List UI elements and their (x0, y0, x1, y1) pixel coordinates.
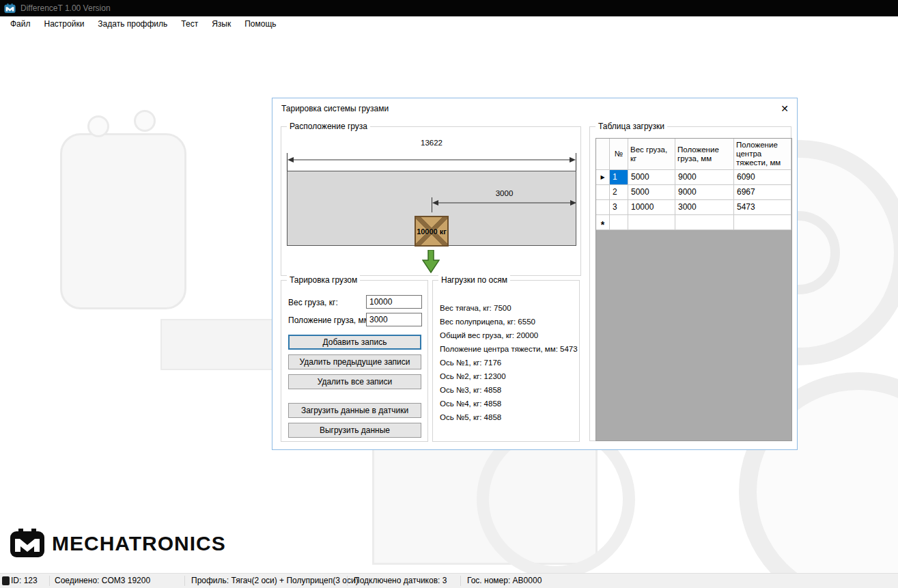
menu-settings[interactable]: Настройки (38, 16, 92, 32)
group-load-layout-title: Расположение груза (287, 122, 370, 132)
client-area: MECHATRONICS Тарировка системы грузами ✕… (0, 32, 898, 573)
position-label: Положение груза, мм: (288, 313, 371, 327)
row-marker-cell (596, 185, 610, 200)
dialog-title: Тарировка системы грузами (281, 104, 389, 113)
cargo-crate[interactable]: 10000 кг (415, 216, 449, 247)
group-loading-table-title: Таблица загрузки (595, 122, 667, 132)
current-row-marker-icon: ▶ (600, 175, 604, 180)
table-cell-position[interactable] (675, 215, 734, 230)
bg-valve-1 (87, 115, 109, 137)
column-header-cg[interactable]: Положение центра тяжести, мм (734, 139, 791, 170)
group-taring: Тарировка грузом Вес груза, кг: Положени… (281, 280, 428, 442)
table-new-row: * (596, 215, 791, 230)
group-axle-loads-title: Нагрузки по осям (438, 275, 510, 285)
menu-help[interactable]: Помощь (238, 16, 283, 32)
group-load-layout: Расположение груза 13622 3000 10000 кг (281, 126, 581, 276)
load-line-axle-4: Ось №4, кг: 4858 (440, 397, 576, 410)
table-row-1: ▶ 1 5000 9000 6090 (596, 170, 791, 185)
unload-data-button[interactable]: Выгрузить данные (288, 423, 421, 438)
table-cell-weight[interactable]: 10000 (628, 200, 675, 215)
mechatronics-logo: MECHATRONICS (10, 528, 226, 559)
position-input[interactable] (366, 313, 422, 326)
bg-chassis-frame (372, 434, 598, 565)
bg-valve-2 (134, 110, 156, 132)
delete-all-records-button[interactable]: Удалить все записи (288, 374, 421, 389)
new-row-marker: * (596, 215, 610, 230)
table-cell-weight[interactable]: 5000 (628, 170, 675, 185)
table-cell-num[interactable]: 2 (610, 185, 628, 200)
table-cell-position[interactable]: 9000 (675, 170, 734, 185)
load-line-axle-5: Ось №5, кг: 4858 (440, 410, 576, 424)
table-cell-weight[interactable] (628, 215, 675, 230)
table-cell-cg[interactable]: 6090 (734, 170, 791, 185)
status-plate-number: Гос. номер: AB0000 (467, 574, 542, 588)
delete-previous-records-button[interactable]: Удалить предыдущие записи (288, 354, 421, 369)
group-loading-table: Таблица загрузки № Вес груза, кг Положен… (589, 126, 791, 441)
mechatronics-logo-text: MECHATRONICS (52, 532, 226, 555)
table-row-3: 3 10000 3000 5473 (596, 200, 791, 215)
close-icon[interactable]: ✕ (776, 101, 793, 116)
column-header-weight[interactable]: Вес груза, кг (628, 139, 675, 170)
load-data-to-sensors-button[interactable]: Загрузить данные в датчики (288, 403, 421, 418)
menu-test[interactable]: Тест (174, 16, 205, 32)
status-id: ID: 123 (11, 574, 38, 588)
add-record-button[interactable]: Добавить запись (288, 335, 421, 350)
titlebar: DifferenceT 1.00 Version (0, 0, 898, 16)
row-marker-cell (596, 200, 610, 215)
app-icon (4, 3, 16, 14)
axle-loads-list: Вес тягача, кг: 7500 Вес полуприцепа, кг… (440, 301, 576, 424)
window-title: DifferenceT 1.00 Version (20, 3, 111, 13)
column-header-position[interactable]: Положение груза, мм (675, 139, 734, 170)
total-length-label: 13622 (287, 139, 576, 147)
loading-table-grid: № Вес груза, кг Положение груза, мм Поло… (595, 138, 792, 441)
table-cell-cg[interactable]: 5473 (734, 200, 791, 215)
statusbar-separator (49, 576, 50, 586)
table-cell-num[interactable]: 1 (610, 170, 628, 185)
group-axle-loads: Нагрузки по осям Вес тягача, кг: 7500 Ве… (432, 280, 580, 442)
menubar: Файл Настройки Задать проффиль Тест Язык… (0, 16, 898, 32)
menu-set-profile[interactable]: Задать проффиль (91, 16, 174, 32)
header-row-marker-cell (596, 139, 610, 170)
table-cell-position[interactable]: 9000 (675, 185, 734, 200)
statusbar-separator (347, 576, 348, 586)
table-cell-cg[interactable]: 6967 (734, 185, 791, 200)
bg-air-tank (60, 133, 186, 309)
taring-dialog: Тарировка системы грузами ✕ Расположение… (272, 98, 798, 450)
new-row-marker-icon: * (601, 221, 604, 228)
cargo-crate-weight-label: 10000 кг (417, 227, 447, 236)
load-position-dimension-line (432, 197, 577, 212)
group-taring-title: Тарировка грузом (287, 275, 360, 285)
table-cell-num[interactable] (610, 215, 628, 230)
statusbar-separator (460, 576, 461, 586)
menu-file[interactable]: Файл (3, 16, 38, 32)
statusbar-separator (184, 576, 185, 586)
weight-label: Вес груза, кг: (288, 296, 338, 309)
load-line-axle-2: Ось №2, кг: 12300 (440, 369, 576, 383)
load-line-cg-position: Положение центра тяжести, мм: 5473 (440, 342, 576, 356)
load-line-semitrailer-weight: Вес полуприцепа, кг: 6550 (440, 315, 576, 328)
mechatronics-logo-icon (10, 528, 45, 559)
load-line-axle-1: Ось №1, кг: 7176 (440, 356, 576, 369)
status-connection: Соединено: COM3 19200 (55, 574, 150, 588)
load-position-label: 3000 (432, 189, 577, 197)
status-profile: Профиль: Тягач(2 оси) + Полуприцеп(3 оси… (191, 574, 359, 588)
table-cell-num[interactable]: 3 (610, 200, 628, 215)
status-sensors-count: Подключено датчиков: 3 (354, 574, 447, 588)
load-down-arrow-icon (422, 250, 440, 273)
weight-input[interactable] (366, 295, 422, 309)
statusbar: ID: 123 Соединено: COM3 19200 Профиль: Т… (0, 573, 898, 588)
current-row-marker: ▶ (596, 170, 610, 185)
load-line-axle-3: Ось №3, кг: 4858 (440, 383, 576, 397)
table-row-2: 2 5000 9000 6967 (596, 185, 791, 200)
table-cell-cg[interactable] (734, 215, 791, 230)
table-cell-position[interactable]: 3000 (675, 200, 734, 215)
table-cell-weight[interactable]: 5000 (628, 185, 675, 200)
menu-language[interactable]: Язык (205, 16, 238, 32)
table-header-row: № Вес груза, кг Положение груза, мм Поло… (596, 139, 791, 170)
statusbar-app-icon (2, 576, 10, 585)
total-length-dimension-line (287, 153, 576, 171)
load-line-total-cargo-weight: Общий вес груза, кг: 20000 (440, 328, 576, 342)
column-header-num[interactable]: № (610, 139, 628, 170)
load-line-tractor-weight: Вес тягача, кг: 7500 (440, 301, 576, 315)
